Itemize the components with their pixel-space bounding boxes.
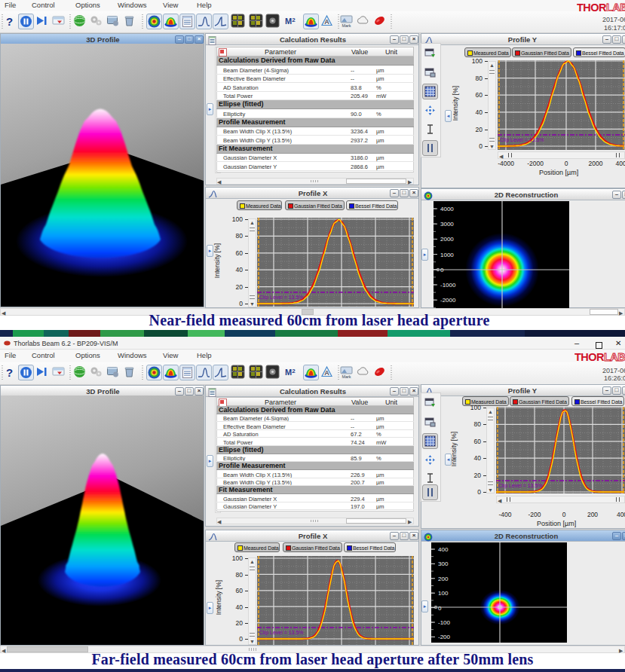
svg-text:0: 0 bbox=[438, 605, 442, 612]
svg-text:4000: 4000 bbox=[440, 206, 454, 212]
svg-text:Clip Level = 13.5%: Clip Level = 13.5% bbox=[498, 483, 543, 489]
svg-text:100: 100 bbox=[438, 590, 449, 597]
svg-text:LABS: LABS bbox=[604, 351, 625, 362]
svg-text:-100: -100 bbox=[438, 619, 451, 626]
svg-text:1000: 1000 bbox=[440, 252, 454, 258]
svg-text:Clip Level = 13.5%: Clip Level = 13.5% bbox=[500, 137, 544, 143]
svg-text:3000: 3000 bbox=[440, 221, 454, 228]
svg-text:Clip Level = 13.5%: Clip Level = 13.5% bbox=[259, 630, 304, 636]
svg-text:A: A bbox=[324, 369, 329, 377]
svg-text:Mark: Mark bbox=[342, 374, 351, 379]
svg-text:2000: 2000 bbox=[440, 236, 454, 243]
svg-text:A: A bbox=[324, 18, 329, 26]
svg-text:0: 0 bbox=[440, 267, 444, 273]
svg-text:300: 300 bbox=[438, 561, 449, 567]
svg-text:Clip Level = 13.5%: Clip Level = 13.5% bbox=[259, 295, 304, 301]
svg-text:THOR: THOR bbox=[574, 351, 605, 362]
svg-text:-200: -200 bbox=[438, 634, 451, 640]
svg-text:400: 400 bbox=[438, 546, 449, 553]
svg-text:-1000: -1000 bbox=[440, 282, 456, 289]
svg-text:Mark: Mark bbox=[342, 23, 351, 28]
svg-text:200: 200 bbox=[438, 576, 449, 582]
svg-text:-2000: -2000 bbox=[440, 297, 456, 304]
